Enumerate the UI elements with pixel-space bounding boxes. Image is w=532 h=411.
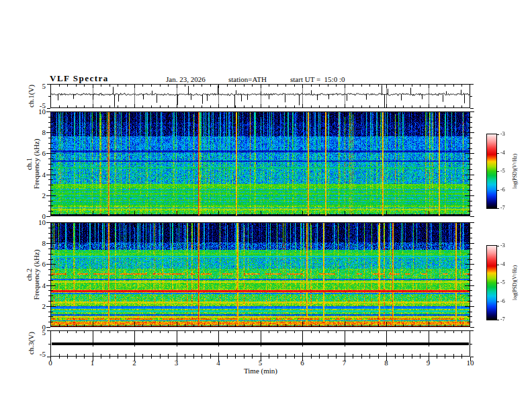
x-tick-mark: [168, 357, 169, 359]
volt-tick-label: -5: [26, 350, 46, 358]
x-tick-mark: [437, 357, 437, 359]
time-axis-label: Time (min): [230, 367, 292, 375]
freq-tick-mark: [470, 301, 472, 302]
freq-tick-mark: [48, 295, 50, 296]
volt-tick-mark: [47, 84, 50, 85]
x-tick-mark: [93, 357, 93, 361]
colorbar-tick-label: -7: [500, 316, 505, 322]
colorbar-tick-label: -5: [500, 168, 505, 174]
freq-tick-mark: [470, 127, 472, 128]
x-tick-mark: [420, 357, 420, 359]
colorbar-ch1: [486, 134, 497, 209]
x-tick-mark: [210, 357, 211, 359]
freq-tick-label: 6: [26, 149, 46, 157]
freq-tick-mark: [48, 138, 50, 138]
x-tick-mark: [403, 357, 404, 359]
volt-tick-mark: [470, 84, 474, 85]
x-tick-mark: [345, 357, 345, 361]
freq-tick-mark: [470, 280, 472, 281]
x-tick-mark: [59, 357, 60, 359]
x-tick-mark: [235, 357, 236, 359]
freq-tick-mark: [470, 295, 472, 296]
freq-tick-mark: [48, 290, 50, 291]
volt-tick-mark: [470, 344, 472, 345]
freq-tick-mark: [470, 169, 472, 170]
colorbar-tick-label: -5: [500, 279, 505, 285]
ch1-axis-label-line2: Frequency (kHz): [33, 139, 40, 189]
figure-title: VLF Spectra: [50, 73, 109, 84]
x-tick-mark: [134, 357, 135, 361]
freq-tick-mark: [48, 312, 50, 312]
x-tick-mark: [193, 357, 194, 359]
station-label: station=ATH: [228, 75, 267, 83]
x-tick-mark: [261, 357, 261, 361]
x-tick-mark: [361, 357, 362, 359]
freq-tick-mark: [48, 322, 50, 322]
colorbar-tick-mark: [496, 246, 499, 246]
colorbar-tick-mark: [496, 153, 499, 154]
freq-tick-mark: [48, 179, 50, 180]
colorbar-tick-label: -4: [500, 150, 505, 156]
x-tick-mark: [353, 357, 353, 359]
freq-tick-mark: [48, 211, 50, 212]
freq-tick-mark: [470, 312, 472, 312]
x-tick-mark: [470, 357, 471, 361]
x-tick-mark: [142, 357, 143, 359]
freq-tick-mark: [46, 153, 50, 154]
x-tick-mark: [160, 357, 161, 359]
colorbar-tick-mark: [496, 190, 499, 191]
freq-tick-label: 6: [26, 260, 46, 268]
freq-tick-mark: [48, 148, 50, 149]
freq-tick-mark: [48, 164, 50, 165]
colorbar-tick-mark: [496, 171, 499, 172]
volt-tick-mark: [470, 330, 474, 331]
freq-tick-mark: [48, 280, 50, 281]
freq-tick-mark: [470, 132, 474, 133]
freq-tick-mark: [470, 222, 474, 223]
freq-tick-mark: [48, 117, 50, 118]
x-tick-mark: [319, 357, 320, 359]
freq-tick-mark: [470, 216, 474, 217]
freq-tick-mark: [48, 269, 50, 270]
freq-tick-mark: [470, 201, 472, 201]
freq-tick-mark: [48, 169, 50, 170]
x-tick-mark: [67, 357, 68, 359]
x-tick-mark: [252, 357, 253, 359]
freq-tick-mark: [48, 201, 50, 201]
freq-tick-mark: [46, 306, 50, 307]
freq-tick-mark: [470, 316, 472, 317]
freq-tick-mark: [470, 148, 472, 149]
x-tick-mark: [461, 357, 462, 359]
freq-tick-mark: [470, 211, 472, 212]
freq-tick-mark: [48, 127, 50, 128]
x-tick-mark: [378, 357, 379, 359]
start-time-label: start UT = 15:0 :0: [290, 75, 345, 83]
x-tick-mark: [76, 357, 77, 359]
x-tick-mark: [151, 357, 152, 359]
x-tick-mark: [50, 357, 51, 361]
freq-tick-mark: [46, 285, 50, 286]
freq-tick-mark: [46, 222, 50, 223]
freq-tick-mark: [470, 190, 472, 191]
x-tick-mark: [453, 357, 454, 359]
x-tick-mark: [328, 357, 328, 359]
colorbar-ch2: [486, 245, 497, 320]
x-tick-mark: [101, 357, 101, 359]
freq-tick-mark: [470, 306, 474, 307]
ch2-frequency-axis-label: ch.2 Frequency (kHz): [26, 250, 40, 300]
ch2-spectrogram-panel: [50, 222, 470, 327]
freq-tick-label: 4: [26, 171, 46, 179]
freq-tick-mark: [470, 138, 472, 138]
figure-date: Jan. 23, 2026: [166, 75, 206, 83]
x-tick-mark: [227, 357, 228, 359]
freq-tick-mark: [46, 111, 50, 112]
freq-tick-mark: [48, 316, 50, 317]
colorbar-tick-mark: [496, 283, 499, 283]
freq-tick-mark: [470, 327, 474, 328]
freq-tick-mark: [48, 238, 50, 238]
colorbar-tick-mark: [496, 208, 499, 209]
freq-tick-mark: [470, 185, 472, 185]
vlf-spectra-figure: VLF Spectra Jan. 23, 2026 station=ATH st…: [0, 0, 532, 411]
freq-tick-mark: [470, 269, 472, 270]
freq-tick-mark: [470, 248, 472, 249]
